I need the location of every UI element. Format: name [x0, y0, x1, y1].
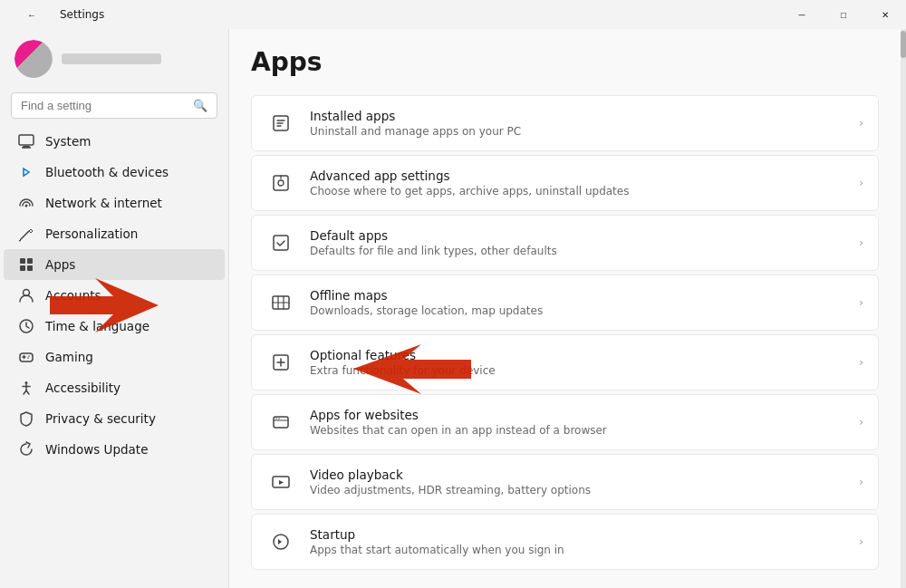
avatar-image [14, 40, 53, 78]
accessibility-icon [18, 380, 34, 396]
sidebar-item-label-apps: Apps [45, 257, 75, 272]
minimize-button[interactable]: ─ [781, 0, 823, 29]
settings-item-startup[interactable]: StartupApps that start automatically whe… [251, 514, 879, 570]
svg-rect-5 [20, 258, 25, 264]
svg-point-26 [278, 180, 284, 186]
installed-apps-icon [266, 109, 295, 138]
sidebar-item-label-privacy: Privacy & security [45, 411, 156, 426]
sidebar-item-accounts[interactable]: Accounts [4, 280, 225, 311]
svg-point-35 [278, 418, 280, 419]
sidebar-item-privacy[interactable]: Privacy & security [4, 403, 225, 434]
default-apps-title: Default apps [310, 228, 844, 243]
sidebar-item-label-system: System [45, 134, 91, 149]
sidebar-item-personalization[interactable]: Personalization [4, 218, 225, 249]
installed-apps-chevron-icon: › [859, 117, 863, 130]
sidebar-item-label-windows-update: Windows Update [45, 442, 148, 457]
optional-features-icon [266, 348, 295, 377]
optional-features-title: Optional features [310, 348, 844, 362]
apps-for-websites-text: Apps for websitesWebsites that can open … [310, 408, 844, 437]
svg-line-20 [26, 390, 29, 394]
settings-item-video-playback[interactable]: Video playbackVideo adjustments, HDR str… [251, 454, 879, 510]
settings-item-offline-maps[interactable]: Offline mapsDownloads, storage location,… [251, 275, 879, 331]
privacy-icon [18, 410, 34, 427]
svg-rect-11 [20, 353, 33, 361]
svg-rect-6 [27, 258, 33, 264]
installed-apps-description: Uninstall and manage apps on your PC [310, 125, 844, 138]
sidebar-item-network[interactable]: Network & internet [4, 188, 225, 218]
optional-features-description: Extra functionality for your device [310, 364, 844, 377]
scrollbar-thumb[interactable] [901, 31, 906, 58]
back-button[interactable]: ← [11, 0, 53, 29]
svg-marker-37 [279, 480, 284, 485]
video-playback-title: Video playback [310, 468, 844, 482]
sidebar-item-windows-update[interactable]: Windows Update [4, 434, 225, 465]
svg-point-16 [25, 381, 28, 384]
sidebar-item-label-accessibility: Accessibility [45, 381, 120, 395]
close-button[interactable]: ✕ [864, 0, 906, 29]
settings-item-installed-apps[interactable]: Installed appsUninstall and manage apps … [251, 95, 879, 151]
apps-for-websites-chevron-icon: › [859, 416, 863, 429]
advanced-app-settings-text: Advanced app settingsChoose where to get… [310, 169, 844, 198]
accounts-icon [18, 287, 34, 304]
search-box[interactable]: 🔍 [11, 92, 217, 119]
page-title: Apps [251, 47, 879, 77]
svg-line-4 [21, 231, 29, 239]
svg-point-15 [27, 357, 29, 359]
offline-maps-icon [266, 288, 295, 317]
sidebar-item-system[interactable]: System [4, 126, 225, 157]
default-apps-description: Defaults for file and link types, other … [310, 245, 844, 257]
advanced-app-settings-title: Advanced app settings [310, 169, 844, 183]
sidebar: 🔍 SystemBluetooth & devicesNetwork & int… [0, 29, 228, 588]
sidebar-item-gaming[interactable]: Gaming [4, 342, 225, 372]
startup-icon [266, 527, 295, 556]
startup-text: StartupApps that start automatically whe… [310, 527, 844, 556]
personalization-icon [18, 226, 34, 242]
installed-apps-title: Installed apps [310, 109, 844, 123]
default-apps-chevron-icon: › [859, 236, 863, 249]
apps-for-websites-description: Websites that can open in an app instead… [310, 424, 844, 437]
startup-description: Apps that start automatically when you s… [310, 544, 844, 556]
startup-title: Startup [310, 527, 844, 542]
settings-item-advanced-app-settings[interactable]: Advanced app settingsChoose where to get… [251, 155, 879, 211]
time-icon [18, 318, 34, 334]
scrollbar-track[interactable] [901, 29, 906, 588]
sidebar-item-label-gaming: Gaming [45, 350, 93, 364]
sidebar-item-apps[interactable]: Apps [4, 249, 225, 280]
default-apps-icon [266, 228, 295, 257]
svg-rect-28 [274, 236, 288, 250]
maximize-button[interactable]: □ [823, 0, 864, 29]
offline-maps-text: Offline mapsDownloads, storage location,… [310, 288, 844, 317]
video-playback-chevron-icon: › [859, 476, 863, 488]
settings-item-optional-features[interactable]: Optional featuresExtra functionality for… [251, 334, 879, 390]
offline-maps-description: Downloads, storage location, map updates [310, 304, 844, 317]
settings-item-apps-for-websites[interactable]: Apps for websitesWebsites that can open … [251, 394, 879, 450]
bluetooth-icon [18, 164, 34, 180]
sidebar-item-label-network: Network & internet [45, 196, 162, 210]
main-content: Apps Installed appsUninstall and manage … [228, 29, 901, 588]
app-title: Settings [60, 8, 104, 21]
sidebar-item-bluetooth[interactable]: Bluetooth & devices [4, 157, 225, 188]
search-icon: 🔍 [193, 99, 207, 112]
offline-maps-chevron-icon: › [859, 296, 863, 309]
profile-name-placeholder [62, 53, 161, 64]
titlebar-left: ← Settings [11, 0, 104, 29]
apps-for-websites-icon [266, 408, 295, 437]
sidebar-item-label-time: Time & language [45, 319, 149, 333]
apps-icon [18, 256, 34, 273]
settings-item-default-apps[interactable]: Default appsDefaults for file and link t… [251, 215, 879, 271]
video-playback-text: Video playbackVideo adjustments, HDR str… [310, 468, 844, 496]
advanced-app-settings-chevron-icon: › [859, 177, 863, 189]
titlebar-controls: ─ □ ✕ [781, 0, 906, 29]
sidebar-item-time[interactable]: Time & language [4, 311, 225, 342]
sidebar-item-label-bluetooth: Bluetooth & devices [45, 165, 169, 179]
optional-features-text: Optional featuresExtra functionality for… [310, 348, 844, 377]
optional-features-chevron-icon: › [859, 356, 863, 369]
svg-rect-0 [19, 135, 34, 145]
video-playback-icon [266, 468, 295, 496]
gaming-icon [18, 349, 34, 365]
titlebar: ← Settings ─ □ ✕ [0, 0, 906, 29]
search-input[interactable] [21, 99, 188, 112]
profile-section [0, 29, 228, 92]
sidebar-item-accessibility[interactable]: Accessibility [4, 372, 225, 403]
network-icon [18, 195, 34, 211]
